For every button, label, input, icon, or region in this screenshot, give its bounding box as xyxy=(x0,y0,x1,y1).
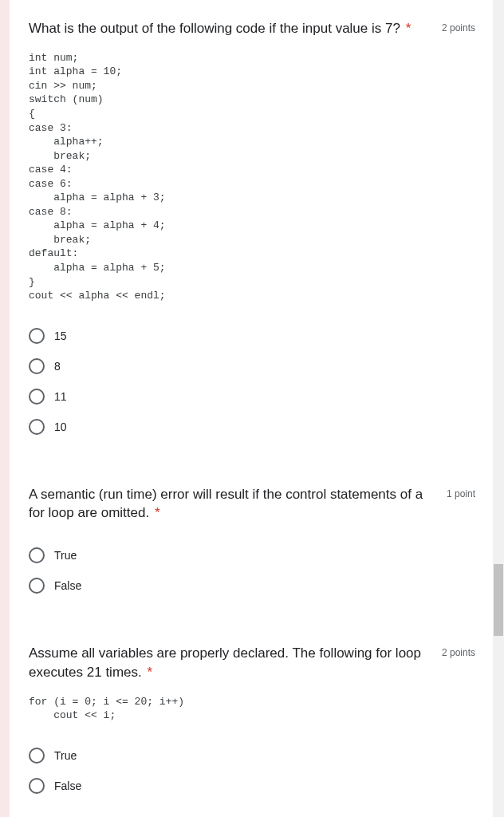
radio-icon xyxy=(29,358,45,374)
question-header: What is the output of the following code… xyxy=(29,19,475,38)
question-block: A semantic (run time) error will result … xyxy=(29,466,475,626)
radio-icon xyxy=(29,389,45,405)
required-mark: * xyxy=(155,505,160,520)
option-label: False xyxy=(54,780,81,792)
options-group: True False xyxy=(29,740,475,801)
radio-icon xyxy=(29,748,45,764)
option-label: False xyxy=(54,579,81,592)
question-header: Assume all variables are properly declar… xyxy=(29,644,475,682)
scrollbar-thumb[interactable] xyxy=(494,564,503,636)
radio-option[interactable]: True xyxy=(29,740,475,771)
question-title: A semantic (run time) error will result … xyxy=(29,485,435,523)
question-title: Assume all variables are properly declar… xyxy=(29,644,431,682)
option-label: 10 xyxy=(54,420,67,433)
radio-icon xyxy=(29,778,45,794)
radio-icon xyxy=(29,578,45,594)
radio-option[interactable]: 11 xyxy=(29,381,475,412)
option-label: 8 xyxy=(54,360,61,373)
points-label: 1 point xyxy=(447,485,475,499)
radio-option[interactable]: 10 xyxy=(29,412,475,442)
radio-option[interactable]: False xyxy=(29,771,475,801)
options-group: 15 8 11 10 xyxy=(29,321,475,442)
question-title: What is the output of the following code… xyxy=(29,19,431,38)
radio-icon xyxy=(29,419,45,435)
required-mark: * xyxy=(147,665,152,680)
points-label: 2 points xyxy=(442,644,475,658)
radio-icon xyxy=(29,547,45,563)
radio-icon xyxy=(29,328,45,344)
option-label: True xyxy=(54,749,77,762)
question-text: What is the output of the following code… xyxy=(29,21,400,36)
question-header: A semantic (run time) error will result … xyxy=(29,485,475,523)
radio-option[interactable]: True xyxy=(29,540,475,570)
question-text: Assume all variables are properly declar… xyxy=(29,645,421,680)
radio-option[interactable]: 15 xyxy=(29,321,475,351)
option-label: 15 xyxy=(54,330,67,342)
question-block: What is the output of the following code… xyxy=(29,0,475,466)
points-label: 2 points xyxy=(442,19,475,34)
question-text: A semantic (run time) error will result … xyxy=(29,487,423,521)
scrollbar-track[interactable] xyxy=(493,0,504,817)
radio-option[interactable]: 8 xyxy=(29,351,475,381)
code-block: for (i = 0; i <= 20; i++) cout << i; xyxy=(29,695,475,723)
required-mark: * xyxy=(406,21,411,36)
code-block: int num; int alpha = 10; cin >> num; swi… xyxy=(29,51,475,303)
radio-option[interactable]: False xyxy=(29,570,475,601)
question-block: Assume all variables are properly declar… xyxy=(29,625,475,817)
options-group: True False xyxy=(29,540,475,601)
option-label: True xyxy=(54,549,77,562)
option-label: 11 xyxy=(54,390,67,403)
